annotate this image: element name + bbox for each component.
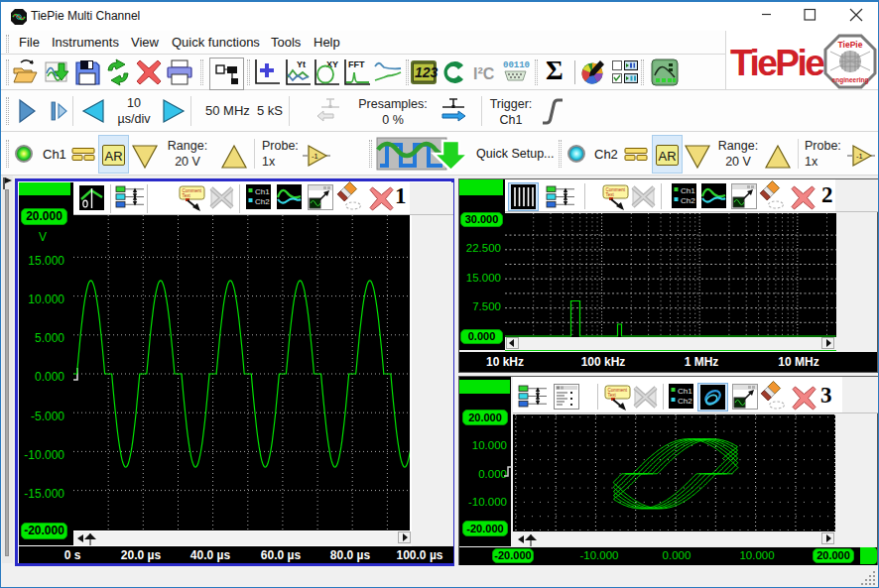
svg-text:Text: Text: [608, 393, 617, 398]
svg-text:-1: -1: [856, 152, 863, 161]
svg-text:Ch2: Ch2: [678, 397, 692, 406]
svg-text:I²C: I²C: [473, 65, 495, 82]
svg-text:Text: Text: [183, 193, 191, 198]
svg-text:Ch2: Ch2: [681, 196, 695, 205]
svg-text:FFT: FFT: [348, 59, 365, 69]
svg-text:Comment: Comment: [606, 187, 626, 192]
svg-text:XY: XY: [326, 59, 338, 69]
svg-text:Ch2: Ch2: [255, 197, 270, 206]
svg-text:engineering: engineering: [832, 76, 869, 84]
svg-text:Comment: Comment: [183, 188, 202, 193]
svg-text:Comment: Comment: [608, 388, 628, 393]
svg-text:Yt: Yt: [297, 59, 306, 69]
svg-text:TiePie: TiePie: [838, 40, 863, 50]
svg-text:-1: -1: [312, 152, 318, 161]
svg-text:123: 123: [415, 64, 439, 80]
svg-text:Ch1: Ch1: [681, 186, 695, 195]
svg-text:00110: 00110: [503, 60, 530, 70]
svg-text:Ch1: Ch1: [255, 187, 270, 196]
svg-text:Text: Text: [606, 192, 615, 197]
svg-text:Ch1: Ch1: [678, 387, 692, 396]
